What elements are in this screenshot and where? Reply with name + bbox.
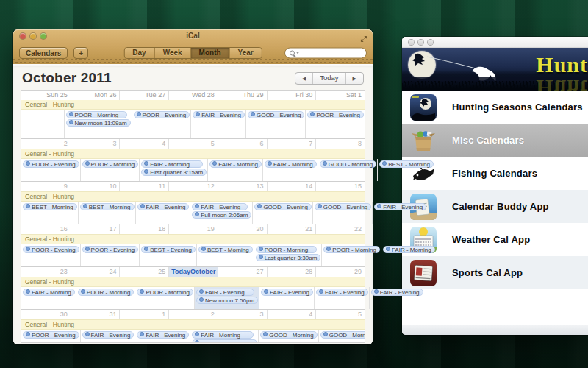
view-tab-month[interactable]: Month (190, 48, 229, 58)
event-pill[interactable]: POOR - Evening (134, 111, 190, 118)
event-pill[interactable]: BEST - Morning (23, 203, 77, 210)
day-cell[interactable]: FAIR - Evening (80, 330, 135, 342)
calendars-button[interactable]: Calendars (19, 47, 68, 59)
day-cell[interactable]: POOR - MorningLast quarter 3:30am (254, 244, 322, 266)
next-month-button[interactable]: ▶ (345, 73, 363, 84)
day-cell[interactable]: FAIR - Morning (207, 159, 262, 181)
event-pill[interactable]: FAIR - Evening (371, 289, 423, 296)
date-cell[interactable]: 30 (21, 310, 71, 319)
date-cell[interactable]: 10 (71, 182, 120, 191)
date-cell[interactable]: 1 (119, 310, 168, 319)
event-pill[interactable]: GOOD - Evening (315, 203, 371, 210)
date-cell[interactable]: 17 (71, 224, 120, 234)
event-pill[interactable]: POOR - Evening (23, 160, 79, 168)
day-cell[interactable]: FAIR - EveningNew moon 7:56pm (194, 287, 259, 309)
date-cell[interactable]: 4 (119, 139, 168, 149)
date-cell[interactable]: 6 (218, 139, 267, 149)
event-pill[interactable]: GOOD - Morning (320, 160, 376, 168)
date-cell[interactable]: 29 (315, 267, 365, 277)
event-pill[interactable]: GOOD - Evening (248, 111, 304, 118)
zoom-button[interactable] (428, 40, 433, 45)
date-cell[interactable]: 27 (218, 267, 267, 277)
view-tab-week[interactable]: Week (154, 48, 190, 58)
event-pill[interactable]: FAIR - Evening (261, 289, 313, 296)
date-cell[interactable]: 2 (168, 310, 218, 319)
list-item-misc-calendars[interactable]: Misc Calendars (402, 124, 588, 157)
day-cell[interactable]: FAIR - Evening (314, 287, 369, 309)
event-pill[interactable]: FAIR - Evening (374, 203, 426, 210)
event-pill[interactable]: POOR - Evening (307, 111, 364, 118)
day-cell[interactable]: POOR - Morning (135, 287, 194, 309)
day-cell[interactable]: FAIR - Evening (259, 287, 314, 309)
date-cell[interactable]: 4 (267, 310, 316, 319)
close-button[interactable] (20, 33, 26, 39)
all-day-event-banner[interactable]: General - Hunting (21, 100, 365, 110)
date-cell[interactable]: 8 (315, 139, 365, 149)
event-pill[interactable]: FAIR - Morning (383, 246, 435, 253)
day-cell[interactable]: BEST - Morning (196, 244, 254, 266)
day-cell[interactable]: POOR - Evening (305, 110, 365, 138)
search-field[interactable] (284, 48, 367, 59)
event-pill[interactable]: FAIR - Morning (265, 160, 317, 168)
prev-month-button[interactable]: ◀ (295, 73, 312, 84)
date-cell[interactable]: 5 (168, 139, 218, 149)
event-pill[interactable]: POOR - Morning (78, 289, 135, 296)
event-pill[interactable]: POOR - Morning (137, 289, 193, 296)
date-cell[interactable]: 20 (218, 224, 267, 234)
event-pill[interactable]: New moon 11:09am (66, 119, 131, 127)
day-cell[interactable]: POOR - Evening (21, 159, 80, 181)
day-cell[interactable]: GOOD - Morning (318, 330, 365, 342)
event-pill[interactable]: BEST - Morning (198, 246, 253, 253)
day-cell[interactable]: POOR - Morning (80, 159, 140, 181)
day-cell[interactable]: FAIR - Evening (135, 330, 190, 342)
date-cell[interactable]: 24 (71, 267, 120, 277)
list-item-hunting-seasons-calendars[interactable]: Hunting Seasons Calendars (402, 91, 588, 124)
day-cell[interactable]: FAIR - Evening (190, 110, 245, 138)
date-cell[interactable]: 3 (71, 139, 120, 149)
today-date-cell[interactable]: TodayOctober 26 (168, 267, 218, 277)
day-cell[interactable]: POOR - Morning (321, 244, 381, 266)
date-cell[interactable]: 22 (315, 224, 365, 234)
all-day-event-banner[interactable]: General - Hunting (21, 319, 365, 330)
day-cell[interactable]: FAIR - Morning (21, 287, 76, 309)
day-cell[interactable] (43, 110, 64, 138)
event-pill[interactable]: GOOD - Morning (320, 331, 365, 339)
day-cell[interactable]: FAIR - Morning (262, 159, 318, 181)
date-cell[interactable]: 2 (21, 139, 71, 149)
all-day-event-banner[interactable]: General - Hunting (21, 149, 365, 159)
date-cell[interactable]: 21 (267, 224, 316, 234)
event-pill[interactable]: FAIR - Evening (82, 331, 135, 339)
date-cell[interactable]: 18 (119, 224, 168, 234)
day-cell[interactable]: BEST - Morning (78, 202, 135, 224)
event-pill[interactable]: BEST - Evening (141, 246, 196, 253)
day-cell[interactable]: GOOD - Morning (318, 159, 377, 181)
event-pill[interactable]: FAIR - Evening (137, 331, 189, 339)
event-pill[interactable]: FAIR - Morning (192, 331, 254, 339)
day-cell[interactable]: POOR - Morning (76, 287, 135, 309)
all-day-event-banner[interactable]: General - Hunting (21, 277, 365, 287)
day-cell[interactable] (21, 110, 43, 138)
day-cell[interactable]: FAIR - MorningFirst quarter 4:38pm (190, 330, 258, 342)
event-pill[interactable]: BEST - Morning (379, 160, 434, 168)
event-pill[interactable]: FAIR - Evening (196, 289, 254, 296)
date-cell[interactable]: 31 (71, 310, 120, 319)
day-cell[interactable]: POOR - MorningNew moon 11:09am (64, 110, 132, 138)
day-cell[interactable]: BEST - Evening (139, 244, 196, 266)
event-pill[interactable]: FAIR - Evening (193, 111, 245, 118)
add-event-button[interactable]: + (74, 47, 88, 59)
day-cell[interactable]: GOOD - Evening (252, 202, 312, 224)
today-button[interactable]: Today (312, 73, 345, 84)
date-cell[interactable]: 5 (315, 310, 365, 319)
event-pill[interactable]: New moon 7:56pm (196, 297, 258, 304)
date-cell[interactable]: 13 (218, 182, 267, 191)
day-cell[interactable]: GOOD - Morning (258, 330, 318, 342)
list-item-calendar-buddy-app[interactable]: Calendar Buddy App (402, 190, 588, 223)
event-pill[interactable]: Full moon 2:06am (192, 211, 251, 219)
event-pill[interactable]: POOR - Morning (323, 246, 380, 253)
date-cell[interactable]: 15 (315, 182, 365, 191)
event-pill[interactable]: GOOD - Morning (260, 331, 317, 339)
date-cell[interactable]: 19 (168, 224, 218, 234)
date-cell[interactable]: 11 (119, 182, 168, 191)
view-tab-day[interactable]: Day (124, 48, 154, 58)
event-pill[interactable]: First quarter 3:15am (141, 169, 207, 176)
